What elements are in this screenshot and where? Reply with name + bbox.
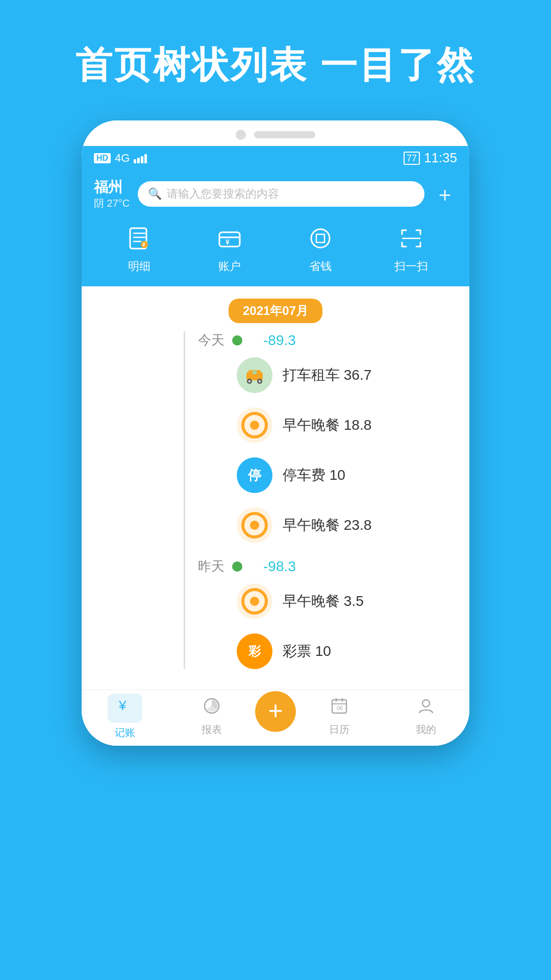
add-button[interactable]: ＋ xyxy=(433,180,457,208)
taxi-icon xyxy=(237,357,272,393)
nav-icons: ¥ 明细 ¥ 账户 xyxy=(94,218,457,276)
app-header: 福州 阴 27°C 🔍 请输入您要搜索的内容 ＋ ¥ xyxy=(82,170,469,286)
nav-item-mingxi[interactable]: ¥ 明细 xyxy=(123,222,156,274)
search-placeholder-text: 请输入您要搜索的内容 xyxy=(167,186,414,202)
day-header-yesterday: 昨天 -98.3 xyxy=(163,557,439,575)
day-group-today: 今天 -89.3 xyxy=(163,331,439,543)
food2-icon xyxy=(237,507,272,543)
nav-item-scan[interactable]: 扫一扫 xyxy=(394,222,428,274)
search-bar[interactable]: 🔍 请输入您要搜索的内容 xyxy=(138,181,424,207)
clock: 11:35 xyxy=(424,150,457,166)
lottery-label: 彩票 10 xyxy=(283,642,331,661)
shengqian-icon xyxy=(304,222,337,255)
phone-camera xyxy=(236,130,246,140)
svg-text:¥: ¥ xyxy=(226,238,230,246)
food1-icon xyxy=(237,407,272,443)
signal-bars xyxy=(134,153,147,163)
food3-icon xyxy=(237,583,272,619)
hd-badge: HD xyxy=(94,153,111,163)
day-amount-today: -89.3 xyxy=(263,332,296,349)
phone-frame: HD 4G 77 11:35 福州 阴 27°C 🔍 请输入您要 xyxy=(82,120,469,746)
signal-label: 4G xyxy=(115,152,130,165)
tab-baobiao-label: 报表 xyxy=(202,723,222,737)
mingxi-icon: ¥ xyxy=(123,222,156,255)
parking-icon: 停 xyxy=(237,457,272,493)
zhanghu-icon: ¥ xyxy=(213,222,246,255)
svg-text:¥: ¥ xyxy=(142,242,145,248)
transaction-item-food2[interactable]: 早午晚餐 23.8 xyxy=(163,507,439,543)
svg-point-26 xyxy=(422,700,430,707)
svg-rect-6 xyxy=(219,232,240,247)
svg-point-17 xyxy=(259,380,261,383)
tab-wode[interactable]: 我的 xyxy=(383,697,469,737)
location-city: 福州 xyxy=(94,178,130,197)
location-weather: 阴 27°C xyxy=(94,197,130,210)
transaction-item-taxi[interactable]: 打车租车 36.7 xyxy=(163,357,439,393)
location-info: 福州 阴 27°C xyxy=(94,178,130,210)
scan-icon xyxy=(395,222,428,255)
timeline: 今天 -89.3 xyxy=(82,331,469,669)
zhanghu-label: 账户 xyxy=(218,259,241,274)
status-right: 77 11:35 xyxy=(404,150,457,166)
phone-speaker xyxy=(254,131,315,138)
tab-wode-label: 我的 xyxy=(416,723,436,737)
mingxi-label: 明细 xyxy=(128,259,151,274)
wode-icon xyxy=(417,697,435,720)
month-badge-wrap: 2021年07月 xyxy=(82,286,469,331)
day-label-today: 今天 xyxy=(163,331,224,349)
taxi-label: 打车租车 36.7 xyxy=(283,365,371,385)
search-icon: 🔍 xyxy=(148,187,162,201)
svg-rect-18 xyxy=(253,371,257,374)
month-badge: 2021年07月 xyxy=(229,299,322,323)
svg-point-16 xyxy=(248,380,251,383)
add-plus-icon: + xyxy=(268,698,283,723)
food1-label: 早午晚餐 18.8 xyxy=(283,415,371,435)
status-left: HD 4G xyxy=(94,152,147,165)
tab-jizhang[interactable]: ¥ 记账 xyxy=(82,694,168,740)
parking-label: 停车费 10 xyxy=(283,465,345,485)
tab-jizhang-active-bg: ¥ xyxy=(108,694,142,723)
transaction-item-food3[interactable]: 早午晚餐 3.5 xyxy=(163,583,439,619)
tab-baobiao[interactable]: 报表 xyxy=(168,697,255,737)
parking-text: 停 xyxy=(248,467,261,484)
scan-label: 扫一扫 xyxy=(394,259,428,274)
header-top: 福州 阴 27°C 🔍 请输入您要搜索的内容 ＋ xyxy=(94,178,457,210)
page-title: 首页树状列表 一目了然 xyxy=(0,0,551,120)
rili-icon: 06 xyxy=(330,697,348,720)
tab-add-button[interactable]: + xyxy=(255,691,296,732)
day-dot-yesterday xyxy=(232,561,242,572)
svg-text:¥: ¥ xyxy=(118,698,127,713)
svg-text:06: 06 xyxy=(337,705,343,711)
day-dot-today xyxy=(232,335,242,346)
day-label-yesterday: 昨天 xyxy=(163,557,224,575)
battery-label: 77 xyxy=(404,152,420,164)
tab-jizhang-label: 记账 xyxy=(115,726,135,740)
tab-bar: ¥ 记账 报表 + xyxy=(82,690,469,746)
svg-point-9 xyxy=(311,229,330,248)
day-group-yesterday: 昨天 -98.3 早午晚餐 3.5 彩 xyxy=(163,557,439,669)
tab-rili[interactable]: 06 日历 xyxy=(296,697,383,737)
tab-add[interactable]: + xyxy=(255,701,296,732)
nav-item-shengqian[interactable]: 省钱 xyxy=(304,222,337,274)
lottery-text: 彩 xyxy=(248,643,261,659)
day-header-today: 今天 -89.3 xyxy=(163,331,439,349)
day-amount-yesterday: -98.3 xyxy=(263,558,296,575)
jizhang-icon: ¥ xyxy=(116,697,134,720)
svg-rect-10 xyxy=(316,234,324,242)
tab-rili-label: 日历 xyxy=(329,723,349,737)
nav-item-zhanghu[interactable]: ¥ 账户 xyxy=(213,222,246,274)
transaction-item-food1[interactable]: 早午晚餐 18.8 xyxy=(163,407,439,443)
transaction-item-parking[interactable]: 停 停车费 10 xyxy=(163,457,439,493)
content-area: 2021年07月 今天 -89.3 xyxy=(82,286,469,746)
food2-label: 早午晚餐 23.8 xyxy=(283,516,371,535)
status-bar: HD 4G 77 11:35 xyxy=(82,146,469,170)
phone-top xyxy=(82,120,469,146)
food3-label: 早午晚餐 3.5 xyxy=(283,592,364,611)
transaction-item-lottery[interactable]: 彩 彩票 10 xyxy=(163,633,439,669)
shengqian-label: 省钱 xyxy=(309,259,332,274)
lottery-icon: 彩 xyxy=(237,633,272,669)
baobiao-icon xyxy=(203,697,221,720)
